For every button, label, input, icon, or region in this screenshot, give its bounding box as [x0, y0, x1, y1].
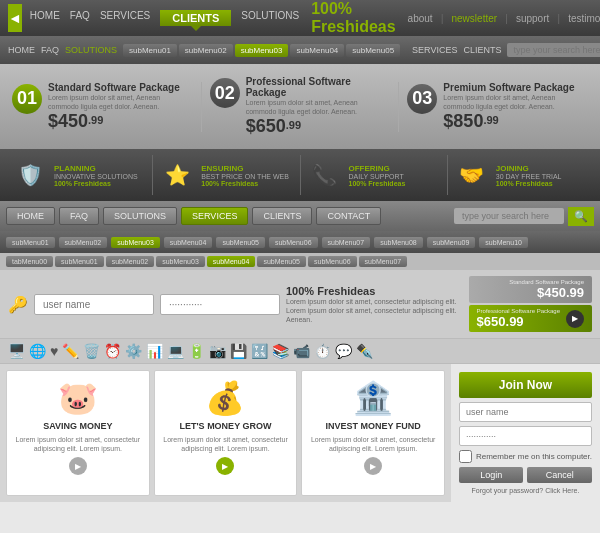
- toolbar-symbol-icon[interactable]: 🔣: [251, 343, 268, 359]
- fnav-9[interactable]: subMenu10: [479, 237, 528, 248]
- card-play-0[interactable]: ▶: [69, 457, 87, 475]
- price-desc-0: Lorem ipsum dolor sit amet, Aenean commo…: [48, 93, 193, 111]
- price-card-std-value: $450.99: [477, 285, 584, 300]
- nav-support[interactable]: support: [516, 13, 549, 24]
- card-money-grow: 💰 LET'S MONEY GROW Lorem ipsum dolor sit…: [154, 370, 298, 496]
- tnav-home[interactable]: HOME: [6, 207, 55, 225]
- join-now-button[interactable]: Join Now: [459, 372, 592, 398]
- price-num-0: 01: [12, 84, 42, 114]
- nav-home[interactable]: HOME: [30, 10, 60, 26]
- toolbar-laptop-icon[interactable]: 💻: [167, 343, 184, 359]
- feature-title-3: Joining: [496, 164, 562, 173]
- fnav-8[interactable]: subMenu09: [427, 237, 476, 248]
- fnav-3[interactable]: subMenu04: [164, 237, 213, 248]
- forgot-password-link[interactable]: Forgot your password? Click Here.: [459, 487, 592, 494]
- snav-faq[interactable]: FAQ: [41, 45, 59, 55]
- toolbar-camera-icon[interactable]: 📷: [209, 343, 226, 359]
- price-card-professional: Professional Software Package $650.99 ▶: [469, 305, 592, 332]
- play-button[interactable]: ▶: [566, 310, 584, 328]
- feature-2: 📞 Offering DAILY SUPPORT 100% Freshideas: [303, 155, 445, 195]
- tab-4[interactable]: subMenu04: [207, 256, 256, 267]
- fnav-6[interactable]: subMenu07: [322, 237, 371, 248]
- tab-1[interactable]: subMenu01: [55, 256, 104, 267]
- nav-testimonials[interactable]: testimonials: [568, 13, 600, 24]
- nav-services[interactable]: SERVICES: [100, 10, 150, 26]
- tnav-faq[interactable]: FAQ: [59, 207, 99, 225]
- card-title-2: INVEST MONEY FUND: [325, 421, 420, 431]
- sub-tab-1[interactable]: subMenu02: [179, 44, 233, 57]
- sub-tab-4[interactable]: subMenu05: [346, 44, 400, 57]
- sub-tab-2[interactable]: subMenu03: [235, 44, 289, 57]
- cancel-button[interactable]: Cancel: [527, 467, 592, 483]
- nav-solutions[interactable]: SOLUTIONS: [241, 10, 299, 26]
- nav-newsletter[interactable]: newsletter: [452, 13, 498, 24]
- sub-tab-0[interactable]: subMenu01: [123, 44, 177, 57]
- toolbar-save-icon[interactable]: 💾: [230, 343, 247, 359]
- feature-divider-0: [152, 155, 153, 195]
- search-input-mid[interactable]: [454, 208, 564, 224]
- nav-clients-active[interactable]: CLIENTS: [160, 10, 231, 26]
- toolbar-timer-icon[interactable]: ⏱️: [314, 343, 331, 359]
- nav-faq[interactable]: FAQ: [70, 10, 90, 26]
- toolbar-monitor-icon[interactable]: 🖥️: [8, 343, 25, 359]
- toolbar-heart-icon[interactable]: ♥: [50, 343, 58, 359]
- password-input[interactable]: [160, 294, 280, 315]
- tab-5[interactable]: subMenu05: [257, 256, 306, 267]
- toolbar-video-icon[interactable]: 📹: [293, 343, 310, 359]
- fnav-4[interactable]: subMenu05: [216, 237, 265, 248]
- tnav-services[interactable]: SERVICES: [181, 207, 248, 225]
- toolbar-book-icon[interactable]: 📚: [272, 343, 289, 359]
- remember-checkbox[interactable]: [459, 450, 472, 463]
- snav-home[interactable]: HOME: [8, 45, 35, 55]
- toolbar-chart-icon[interactable]: 📊: [146, 343, 163, 359]
- logo[interactable]: ◄: [8, 4, 22, 32]
- join-username-input[interactable]: [459, 402, 592, 422]
- toolbar-chat-icon[interactable]: 💬: [335, 343, 352, 359]
- tnav-clients[interactable]: CLIENTS: [252, 207, 312, 225]
- tab-3[interactable]: subMenu03: [156, 256, 205, 267]
- fnav-2[interactable]: subMenu03: [111, 237, 160, 248]
- fnav-0[interactable]: subMenu01: [6, 237, 55, 248]
- fnav-1[interactable]: subMenu02: [59, 237, 108, 248]
- tnav-contact[interactable]: CONTACT: [316, 207, 381, 225]
- price-info-2: Premium Software Package Lorem ipsum dol…: [443, 82, 588, 132]
- join-panel: Join Now Remember me on this computer. L…: [451, 364, 600, 502]
- fnav-5[interactable]: subMenu06: [269, 237, 318, 248]
- snav-services[interactable]: SERVICES: [412, 45, 457, 55]
- card-play-1[interactable]: ▶: [216, 457, 234, 475]
- toolbar-pen-icon[interactable]: ✒️: [356, 343, 373, 359]
- price-divider-1: [398, 82, 399, 132]
- tnav-solutions[interactable]: SOLUTIONS: [103, 207, 177, 225]
- price-num-1: 02: [210, 78, 240, 108]
- snav-clients[interactable]: CLIENTS: [463, 45, 501, 55]
- search-input-top[interactable]: [507, 43, 600, 57]
- top-nav-links: HOME FAQ SERVICES CLIENTS SOLUTIONS: [30, 10, 299, 26]
- fnav-7[interactable]: subMenu08: [374, 237, 423, 248]
- price-card-pro-value: $650.99: [477, 314, 560, 329]
- card-desc-2: Lorem ipsum dolor sit amet, consectetur …: [310, 435, 436, 453]
- toolbar-web-icon[interactable]: 🌐: [29, 343, 46, 359]
- features-row: 🛡️ Planning INNOVATIVE SOLUTIONS 100% Fr…: [0, 149, 600, 201]
- username-input[interactable]: [34, 294, 154, 315]
- toolbar-battery-icon[interactable]: 🔋: [188, 343, 205, 359]
- tab-7[interactable]: subMenu07: [359, 256, 408, 267]
- card-play-2[interactable]: ▶: [364, 457, 382, 475]
- feature-3: 🤝 Joining 30 DAY FREE TRIAL 100% Freshid…: [450, 155, 592, 195]
- toolbar-gear-icon[interactable]: ⚙️: [125, 343, 142, 359]
- snav-solutions[interactable]: SOLUTIONS: [65, 45, 117, 55]
- search-btn-mid[interactable]: 🔍: [568, 207, 594, 226]
- price-cents-0: .99: [88, 114, 103, 126]
- price-info-1: Professional Software Package Lorem ipsu…: [246, 76, 391, 137]
- nav-about[interactable]: about: [408, 13, 433, 24]
- login-button[interactable]: Login: [459, 467, 524, 483]
- content-main: 🔑 100% Freshideas Lorem ipsum dolor sit …: [0, 270, 600, 338]
- join-password-input[interactable]: [459, 426, 592, 446]
- sub-tab-3[interactable]: subMenu04: [290, 44, 344, 57]
- tab-2[interactable]: subMenu02: [106, 256, 155, 267]
- toolbar-trash-icon[interactable]: 🗑️: [83, 343, 100, 359]
- toolbar-edit-icon[interactable]: ✏️: [62, 343, 79, 359]
- toolbar-clock-icon[interactable]: ⏰: [104, 343, 121, 359]
- price-title-0: Standard Software Package: [48, 82, 193, 93]
- tab-6[interactable]: subMenu06: [308, 256, 357, 267]
- tab-0[interactable]: tabMenu00: [6, 256, 53, 267]
